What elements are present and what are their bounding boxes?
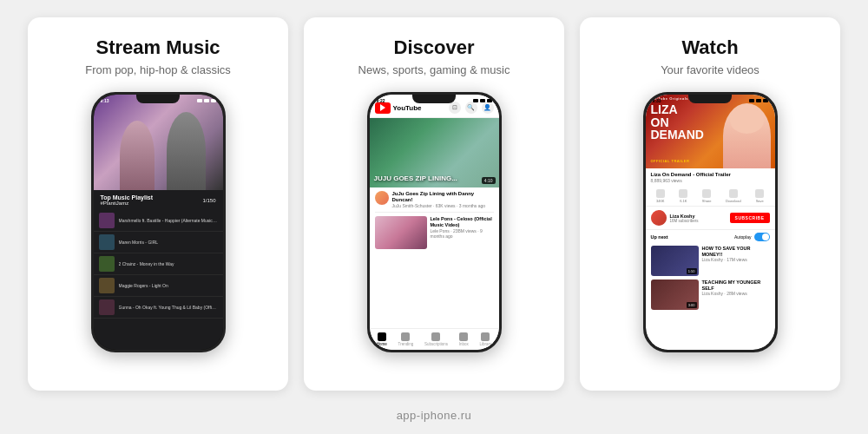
inbox-nav-label: Inbox [459, 342, 469, 346]
playlist-channel: #PlantiJamz [101, 201, 154, 206]
up-next-label: Up next [651, 234, 668, 240]
subscriptions-nav-icon [431, 332, 440, 341]
thumb-4 [99, 278, 115, 293]
song-title-5: Gunna - Oh Okay ft. Young Thug & Lil Bab… [119, 305, 218, 310]
cards-container: Stream Music From pop, hip-hop & classic… [26, 17, 842, 402]
card2-subtitle: News, sports, gaming & music [358, 63, 510, 76]
action-share[interactable]: Share [702, 189, 712, 203]
next-item-2: 3:00 TEACHING MY YOUNGER SELF Liza Koshy… [651, 279, 770, 310]
battery-icon-music [211, 99, 216, 102]
yt-logo: YouTube [375, 102, 422, 114]
wifi-icon-yt [480, 99, 485, 102]
playlist-name: Top Music Playlist [101, 194, 154, 201]
second-video-channel: Lele Pons · 23BM views · 9 months ago [431, 228, 494, 239]
screen-discover: 9:22 YouTube ⊡ [370, 95, 499, 350]
watch-banner: YouTube Originals LIZAONDEMAND OFFICIAL … [646, 95, 775, 168]
action-save[interactable]: Save [755, 189, 764, 203]
phone-discover: 9:22 YouTube ⊡ [367, 92, 502, 352]
hero-figures [94, 95, 223, 190]
hero-video-sub: JuJu Smith-Schuster · 63K views · 3 mont… [392, 203, 494, 208]
next-item-1: 1:50 HOW TO SAVE YOUR MONEY!! Liza Koshy… [651, 246, 770, 276]
status-icons-music [197, 99, 216, 102]
banner-sub-text: OFFICIAL TRAILER [651, 159, 690, 163]
yt-video-info: JuJu Goes Zip Lining with Danny Duncan! … [370, 187, 499, 212]
banner-main-text: LIZAONDEMAND [651, 103, 704, 141]
autoplay-label: Autoplay [734, 234, 751, 240]
song-title-3: 2 Chainz - Money in the Way [119, 261, 218, 266]
nav-inbox[interactable]: Inbox [459, 332, 469, 346]
watch-actions: 346K 6.1K Share Download [646, 187, 775, 207]
signal-icon-music [197, 99, 202, 102]
action-dislike[interactable]: 6.1K [679, 189, 687, 203]
home-nav-icon [378, 332, 386, 341]
status-icons-yt [473, 99, 492, 102]
action-download[interactable]: Download [726, 189, 741, 203]
next-title-2: TEACHING MY YOUNGER SELF [702, 279, 770, 291]
autoplay-toggle[interactable]: Autoplay [734, 233, 769, 241]
library-nav-icon [481, 332, 490, 341]
yt-bottom-nav: Home Trending Subscriptions Inbox [370, 328, 499, 350]
nav-home[interactable]: Home [377, 332, 387, 346]
next-thumb-1: 1:50 [651, 246, 699, 276]
banner-face [723, 103, 771, 168]
list-item: Maggie Rogers - Light On [94, 275, 223, 297]
thumb1-duration: 1:50 [687, 268, 697, 274]
watch-video-views: 8,889,963 views [651, 178, 770, 183]
watch-screen: 9:33 YouTube Originals LIZAONDEMAND OFFI… [646, 95, 775, 350]
avatar-icon[interactable]: 👤 [482, 102, 494, 114]
music-hero [94, 95, 223, 190]
thumb-2 [99, 234, 115, 250]
yt-logo-icon [375, 102, 391, 114]
autoplay-pill [754, 233, 770, 241]
next-info-1: HOW TO SAVE YOUR MONEY!! Liza Koshy · 17… [702, 246, 770, 276]
nav-trending[interactable]: Trending [398, 332, 414, 346]
wifi-icon-watch [756, 99, 761, 102]
yt-header-icons: ⊡ 🔍 👤 [449, 102, 494, 114]
item-info-4: Maggie Rogers - Light On [119, 283, 218, 288]
notch-music [136, 95, 180, 103]
nav-subscriptions[interactable]: Subscriptions [424, 332, 448, 346]
watch-video-info: Liza On Demand - Official Trailer 8,889,… [646, 168, 775, 187]
card-stream-music: Stream Music From pop, hip-hop & classic… [28, 17, 288, 391]
footer: app-iphone.ru [397, 409, 472, 422]
song-title-1: Marshmello ft. Bastille - Happier (Alter… [119, 218, 218, 223]
share-icon [702, 189, 711, 198]
second-video-info: Lele Pons - Celoso (Official Music Video… [431, 216, 494, 238]
second-video-title: Lele Pons - Celoso (Official Music Video… [431, 216, 494, 227]
status-time-yt: 9:22 [377, 98, 385, 103]
channel-subs: 16M subscribers [670, 219, 727, 223]
card2-title: Discover [394, 36, 475, 59]
card3-subtitle: Your favorite videos [661, 63, 760, 76]
subscribe-button[interactable]: SUBSCRIBE [730, 213, 770, 223]
hero-video-title: JuJu Goes Zip Lining with Danny Duncan! [392, 191, 494, 203]
item-info-1: Marshmello ft. Bastille - Happier (Alter… [119, 218, 218, 223]
yt-hero-video[interactable]: JUJU GOES ZIP LINING... 4:10 [370, 118, 499, 187]
cast-icon[interactable]: ⊡ [449, 102, 461, 114]
watch-up-next: Up next Autoplay [646, 230, 775, 244]
trending-nav-label: Trending [398, 342, 414, 346]
download-icon [729, 189, 738, 198]
thumb2-duration: 3:00 [687, 302, 697, 308]
card-watch: Watch Your favorite videos 9:33 YouTube [580, 17, 840, 391]
nav-library[interactable]: Library [479, 332, 491, 346]
playlist-count: 1/150 [202, 198, 215, 203]
status-icons-watch [749, 99, 768, 102]
save-label: Save [756, 199, 764, 203]
notch-discover [412, 95, 456, 103]
trending-nav-icon [401, 332, 410, 341]
home-nav-label: Home [377, 342, 387, 346]
signal-icon-watch [749, 99, 754, 102]
library-nav-label: Library [479, 342, 491, 346]
battery-icon-yt [487, 99, 492, 102]
screen-music: 9:13 [94, 95, 223, 350]
figure-2 [167, 112, 206, 190]
search-icon[interactable]: 🔍 [465, 102, 477, 114]
action-like[interactable]: 346K [656, 189, 665, 203]
next-channel-2: Liza Koshy · 28M views [702, 291, 770, 296]
dislike-count: 6.1K [680, 199, 687, 203]
inbox-nav-icon [459, 332, 468, 341]
channel-avatar [651, 210, 667, 226]
yt-video-meta: JuJu Goes Zip Lining with Danny Duncan! … [392, 191, 494, 208]
status-time-music: 9:13 [101, 98, 109, 103]
like-count: 346K [656, 199, 664, 203]
